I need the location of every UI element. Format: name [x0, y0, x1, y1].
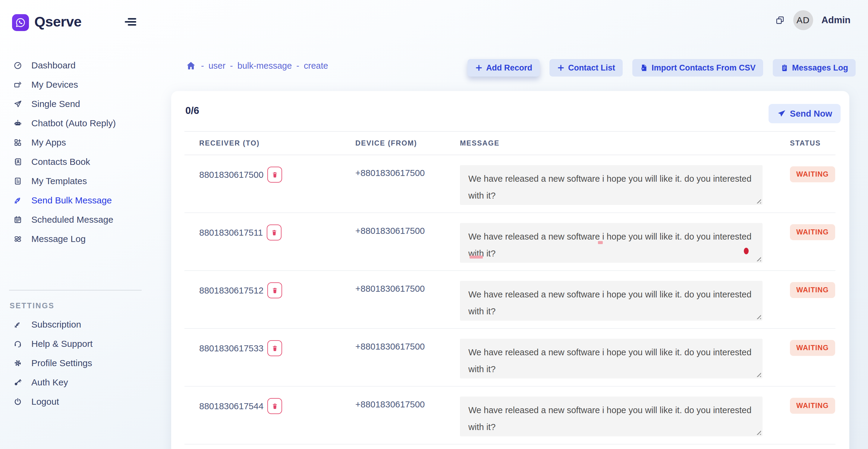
receiver-number: 8801830617533 [199, 343, 264, 353]
col-header-receiver: RECEIVER (TO) [199, 139, 260, 147]
apps-grid-icon [13, 138, 22, 147]
trash-icon [271, 229, 278, 236]
status-badge: WAITING [790, 340, 835, 356]
device-number: +8801830617500 [355, 342, 425, 352]
key-icon [13, 378, 22, 387]
user-name[interactable]: Admin [822, 15, 850, 26]
sent-counter: 0/6 [185, 105, 199, 116]
gear-icon [13, 359, 22, 367]
send-now-button[interactable]: Send Now [769, 104, 841, 123]
device-number: +8801830617500 [355, 226, 425, 236]
breadcrumb-item-bulk-message[interactable]: bulk-message [238, 61, 292, 71]
sidebar-item-my-devices[interactable]: My Devices [0, 75, 151, 94]
sidebar-item-dashboard[interactable]: Dashboard [0, 56, 151, 75]
send-icon [777, 109, 786, 118]
sidebar-item-message-log[interactable]: Message Log [0, 229, 151, 249]
sidebar-item-label: Single Send [31, 99, 80, 109]
status-badge: WAITING [790, 224, 835, 240]
sidebar-item-label: Logout [31, 396, 59, 407]
table-row: 8801830617500 +8801830617500 We have rel… [184, 155, 835, 213]
sidebar-item-my-apps[interactable]: My Apps [0, 133, 151, 152]
table-top-divider [184, 131, 835, 132]
sidebar-item-my-templates[interactable]: My Templates [0, 171, 151, 191]
message-textarea[interactable]: We have released a new software i hope y… [460, 165, 763, 205]
avatar[interactable]: AD [793, 10, 813, 30]
settings-heading: SETTINGS [10, 301, 151, 310]
whatsapp-icon [15, 17, 26, 28]
red-dot-indicator [744, 248, 749, 254]
status-badge: WAITING [790, 282, 835, 298]
col-header-status: STATUS [790, 139, 821, 147]
clipboard-icon [780, 64, 789, 72]
message-textarea[interactable]: We have released a new software i hope y… [460, 396, 763, 436]
contact-list-button[interactable]: Contact List [550, 59, 623, 76]
trash-icon [271, 403, 278, 410]
sidebar-item-logout[interactable]: Logout [0, 392, 151, 411]
delete-record-button[interactable] [267, 340, 282, 356]
status-badge: WAITING [790, 398, 835, 414]
sidebar-item-label: Dashboard [31, 60, 76, 70]
import-contacts-csv-button[interactable]: Import Contacts From CSV [632, 59, 763, 76]
message-textarea[interactable]: We have released a new software i hope y… [460, 339, 763, 379]
sidebar-toggle-icon[interactable] [125, 18, 136, 26]
device-number: +8801830617500 [355, 168, 425, 178]
sidebar-item-single-send[interactable]: Single Send [0, 94, 151, 114]
sidebar-item-send-bulk-message[interactable]: Send Bulk Message [0, 191, 151, 210]
breadcrumb-separator: - [201, 61, 204, 71]
resize-handle-icon[interactable] [756, 430, 761, 435]
app-root: Qserve AD Admin Dashboard My Devices Sin… [0, 0, 868, 449]
status-badge: WAITING [790, 166, 835, 182]
resize-handle-icon[interactable] [756, 256, 761, 261]
receiver-number: 8801830617512 [199, 285, 264, 296]
sidebar-item-label: My Apps [31, 137, 66, 148]
sidebar-item-auth-key[interactable]: Auth Key [0, 373, 151, 392]
receiver-number: 8801830617511 [199, 227, 263, 238]
add-record-button[interactable]: Add Record [467, 59, 540, 76]
qserve-logo[interactable] [12, 14, 29, 31]
breadcrumb-item-create[interactable]: create [304, 61, 328, 71]
sidebar-item-scheduled-message[interactable]: Scheduled Message [0, 210, 151, 229]
message-textarea[interactable]: We have released a new software i hope y… [460, 223, 763, 263]
paper-plane-icon [13, 99, 22, 108]
delete-record-button[interactable] [267, 398, 282, 414]
sliders-icon [13, 234, 22, 244]
sidebar-divider [9, 290, 142, 290]
sidebar-item-label: Auth Key [31, 377, 68, 387]
home-icon[interactable] [185, 60, 196, 71]
sidebar-item-profile-settings[interactable]: Profile Settings [0, 353, 151, 373]
table-row: 8801830617512 +8801830617500 We have rel… [184, 270, 835, 329]
delete-record-button[interactable] [267, 224, 281, 240]
dashboard-icon [13, 61, 22, 70]
sidebar-item-label: Subscription [31, 319, 81, 330]
brand-name: Qserve [34, 13, 82, 30]
contacts-book-icon [13, 157, 22, 166]
messages-log-button[interactable]: Messages Log [773, 59, 856, 76]
spellcheck-underline [470, 256, 483, 259]
sidebar-item-label: Send Bulk Message [31, 195, 112, 205]
devices-icon [13, 80, 22, 89]
breadcrumb-item-user[interactable]: user [209, 61, 225, 71]
sidebar: Dashboard My Devices Single Send Chatbot… [0, 56, 151, 411]
duplicate-windows-icon[interactable] [775, 15, 785, 25]
table-row: 8801830617544 +8801830617500 We have rel… [184, 386, 835, 445]
sidebar-item-contacts-book[interactable]: Contacts Book [0, 152, 151, 171]
csv-file-icon [640, 64, 648, 72]
power-icon [13, 397, 22, 406]
receiver-number: 8801830617500 [199, 170, 264, 180]
sidebar-item-chatbot[interactable]: Chatbot (Auto Reply) [0, 114, 151, 133]
delete-record-button[interactable] [267, 167, 282, 183]
col-header-device: DEVICE (FROM) [355, 139, 417, 147]
sidebar-item-label: Profile Settings [31, 358, 92, 368]
device-number: +8801830617500 [355, 284, 425, 294]
sidebar-item-label: My Templates [31, 176, 87, 186]
sidebar-item-help-support[interactable]: Help & Support [0, 334, 151, 353]
sidebar-item-label: Help & Support [31, 339, 93, 349]
headset-icon [13, 339, 22, 348]
sidebar-item-subscription[interactable]: Subscription [0, 315, 151, 334]
message-textarea[interactable]: We have released a new software i hope y… [460, 281, 763, 321]
resize-handle-icon[interactable] [756, 198, 761, 203]
trash-icon [271, 345, 278, 352]
resize-handle-icon[interactable] [756, 314, 761, 319]
delete-record-button[interactable] [267, 282, 282, 298]
resize-handle-icon[interactable] [756, 372, 761, 377]
